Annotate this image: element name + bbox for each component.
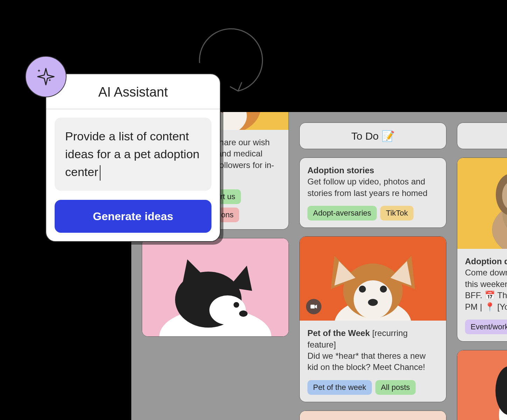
prompt-input[interactable]: Provide a list of content ideas for a a … <box>55 118 211 191</box>
card[interactable]: Adoption stories Get follow up video, ph… <box>299 158 446 228</box>
chip[interactable]: All posts <box>375 380 416 395</box>
column-done: Done ✅ <box>457 122 507 420</box>
chip[interactable]: Pet of the week <box>307 380 372 395</box>
chip-row: Pet of the week All posts <box>307 380 438 395</box>
card-image <box>300 411 446 420</box>
ai-assistant-popover: AI Assistant Provide a list of content i… <box>46 74 221 242</box>
card-image <box>457 158 507 249</box>
card-image <box>142 238 289 336</box>
card[interactable]: Pet of the Week [recurring feature] Did … <box>299 236 446 402</box>
svg-point-17 <box>239 310 248 317</box>
card-title: Pet of the Week <box>307 328 370 338</box>
video-icon <box>306 299 321 314</box>
card-body: Pet of the Week [recurring feature] Did … <box>307 328 438 373</box>
column-todo: To Do 📝 Adoption stories Get follow up v… <box>299 122 446 420</box>
card[interactable] <box>299 411 446 420</box>
svg-rect-30 <box>300 411 446 420</box>
card-image <box>300 237 446 321</box>
card-body: Adoption day! Come down to our Adoption … <box>465 256 507 313</box>
card-title: Adoption day! <box>465 257 507 266</box>
svg-point-15 <box>209 295 246 325</box>
column-header[interactable]: To Do 📝 <box>299 122 446 149</box>
svg-point-27 <box>380 286 387 293</box>
card-title: Adoption stories <box>307 166 374 175</box>
prompt-text: Provide a list of content ideas for a a … <box>65 130 200 178</box>
card[interactable]: Adoption day! Come down to our Adoption … <box>457 158 507 342</box>
chip-row: Adopt-aversaries TikTok <box>307 206 438 220</box>
chip[interactable]: Event/workshops <box>465 320 507 334</box>
chip-row: Event/workshops All posts <box>465 320 507 334</box>
svg-point-16 <box>234 302 239 308</box>
svg-rect-29 <box>311 305 315 309</box>
card-text: Come down to our Adoption Day this weeke… <box>465 268 507 311</box>
text-caret <box>100 165 100 181</box>
chip[interactable]: Adopt-aversaries <box>307 206 377 220</box>
svg-point-26 <box>359 286 366 293</box>
column-header-label: To Do 📝 <box>351 130 395 142</box>
chip[interactable]: TikTok <box>380 206 414 220</box>
generate-button[interactable]: Generate ideas <box>55 200 211 233</box>
card-body: Adoption stories Get follow up video, ph… <box>307 165 438 199</box>
card-text: Did we *hear* that theres a new kid on t… <box>307 351 426 372</box>
card[interactable] <box>142 238 289 337</box>
card-image <box>457 350 507 420</box>
card-text: Get follow up video, photos and stories … <box>307 177 428 197</box>
card[interactable] <box>457 350 507 420</box>
sparkle-icon <box>25 56 67 97</box>
svg-point-28 <box>368 299 378 306</box>
column-header[interactable]: Done ✅ <box>457 122 507 149</box>
popover-title: AI Assistant <box>46 74 220 109</box>
